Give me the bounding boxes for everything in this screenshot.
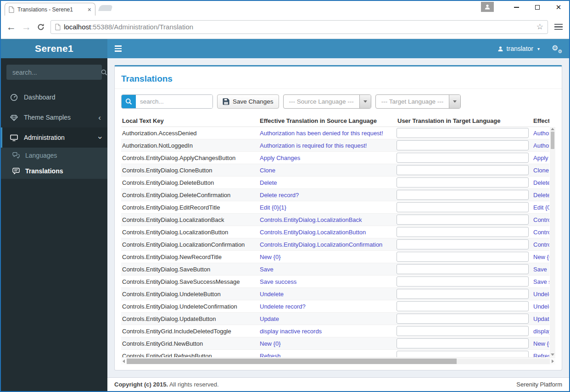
horizontal-scroll-track[interactable] <box>127 359 550 364</box>
browser-profile-button[interactable] <box>481 2 494 12</box>
user-translation-input[interactable] <box>397 351 529 357</box>
user-translation-input[interactable] <box>397 140 529 150</box>
save-changes-button[interactable]: Save Changes <box>217 94 279 109</box>
sidebar-item-dashboard[interactable]: Dashboard <box>1 87 107 107</box>
source-translation-cell: Apply Changes <box>259 155 397 161</box>
sidebar-search[interactable] <box>6 65 102 80</box>
select-arrow-icon <box>449 95 460 108</box>
sidebar-item-theme-samples[interactable]: Theme Samples ‹ <box>1 107 107 127</box>
tab-close-icon[interactable]: × <box>88 6 91 13</box>
user-translation-input[interactable] <box>397 239 529 249</box>
brand-logo[interactable]: Serene1 <box>1 39 107 58</box>
source-translation-cell: Delete record? <box>259 192 397 199</box>
scroll-left-icon[interactable] <box>123 359 125 363</box>
user-translation-input[interactable] <box>397 276 529 287</box>
new-tab-button[interactable] <box>98 5 113 11</box>
source-translation-cell: Save success <box>259 278 397 285</box>
maximize-button[interactable] <box>527 1 548 14</box>
user-translation-cell <box>397 227 532 237</box>
local-text-key-cell: Controls.EntityDialog.LocalizationButton <box>121 229 259 236</box>
user-translation-cell <box>397 326 532 336</box>
user-translation-input[interactable] <box>397 128 529 138</box>
local-text-key-cell: Controls.EntityDialog.LocalizationBack <box>121 216 259 223</box>
user-translation-input[interactable] <box>397 202 529 212</box>
settings-gears-icon[interactable]: ⚙⚙ <box>552 44 562 53</box>
horizontal-scrollbar[interactable] <box>121 357 555 364</box>
sidebar-item-label: Translations <box>25 167 63 175</box>
minimize-button[interactable] <box>506 1 527 14</box>
vertical-scrollbar[interactable] <box>550 127 555 357</box>
grid-toolbar: Save Changes --- Source Language --- ---… <box>121 89 555 115</box>
quick-search[interactable] <box>121 94 213 109</box>
target-translation-cell: Controls.EntityDialog.LocalizationConfir… <box>532 241 549 248</box>
sidebar-item-administration[interactable]: Administration ‹ <box>1 127 107 148</box>
scroll-up-icon[interactable] <box>551 128 554 130</box>
user-translation-input[interactable] <box>397 227 529 237</box>
grid-header: Local Text Key Effective Translation in … <box>121 115 549 127</box>
user-translation-input[interactable] <box>397 264 529 274</box>
user-translation-input[interactable] <box>397 165 529 175</box>
user-translation-cell <box>397 314 532 324</box>
sidebar-search-input[interactable] <box>7 69 95 76</box>
browser-menu-icon[interactable] <box>553 22 564 32</box>
url-bar[interactable]: localhost:55388/Administration/Translati… <box>50 20 548 34</box>
user-translation-cell <box>397 165 532 175</box>
column-header-target-translation[interactable]: Effective Translation in Target Language <box>532 117 549 124</box>
column-header-local-text-key[interactable]: Local Text Key <box>121 117 259 124</box>
user-translation-input[interactable] <box>397 326 529 336</box>
refresh-button[interactable] <box>37 23 45 31</box>
footer-rights: All rights reserved. <box>169 381 219 388</box>
url-path: :55388/Administration/Translation <box>91 23 193 31</box>
vertical-scroll-thumb[interactable] <box>551 132 554 149</box>
browser-tab[interactable]: Translations - Serene1 × <box>5 3 95 16</box>
source-translation-cell: Undelete <box>259 291 397 298</box>
horizontal-scroll-thumb[interactable] <box>127 359 457 364</box>
translations-panel: Translations Save Changes <box>114 65 562 370</box>
column-header-user-translation[interactable]: User Translation in Target Language <box>397 117 532 124</box>
user-translation-input[interactable] <box>397 301 529 311</box>
user-translation-input[interactable] <box>397 252 529 262</box>
target-translation-cell: Authorization is required for this reque… <box>532 142 549 149</box>
target-language-select[interactable]: --- Target Language --- <box>375 94 461 109</box>
source-translation-cell: New {0} <box>259 340 397 347</box>
quick-search-input[interactable] <box>136 95 212 108</box>
target-translation-cell: Controls.EntityDialog.LocalizationButton <box>532 229 549 236</box>
target-translation-cell: Update <box>532 315 549 322</box>
target-translation-cell: Save <box>532 266 549 273</box>
tab-title: Translations - Serene1 <box>17 6 84 13</box>
table-row: Controls.EntityGrid.NewButton New {0} Ne… <box>121 337 549 350</box>
user-translation-input[interactable] <box>397 314 529 324</box>
scroll-down-icon[interactable] <box>551 353 554 356</box>
sidebar-item-translations[interactable]: Translations <box>1 163 107 179</box>
user-menu[interactable]: translator ▾ <box>497 45 540 52</box>
local-text-key-cell: Controls.EntityDialog.SaveSuccessMessage <box>121 278 259 285</box>
table-row: Controls.EntityGrid.IncludeDeletedToggle… <box>121 325 549 337</box>
user-translation-input[interactable] <box>397 190 529 200</box>
source-translation-cell: Refresh <box>259 353 397 358</box>
user-translation-input[interactable] <box>397 215 529 225</box>
local-text-key-cell: Controls.EntityDialog.NewRecordTitle <box>121 254 259 260</box>
source-translation-cell: display inactive records <box>259 328 397 335</box>
sidebar-item-languages[interactable]: Languages <box>1 148 107 163</box>
local-text-key-cell: Controls.EntityDialog.UndeleteConfirmati… <box>121 303 259 310</box>
table-row: Controls.EntityDialog.ApplyChangesButton… <box>121 152 549 164</box>
sidebar-item-label: Theme Samples <box>24 114 71 121</box>
chevron-down-icon: ‹ <box>96 136 104 139</box>
sidebar-toggle-icon[interactable] <box>115 45 122 52</box>
user-translation-cell <box>397 239 532 249</box>
column-header-source-translation[interactable]: Effective Translation in Source Language <box>259 117 397 124</box>
close-button[interactable]: ✕ <box>548 1 569 14</box>
user-translation-input[interactable] <box>397 338 529 348</box>
user-translation-cell <box>397 351 532 357</box>
user-translation-input[interactable] <box>397 289 529 299</box>
back-button[interactable]: ← <box>6 22 16 32</box>
bookmark-star-icon[interactable]: ☆ <box>536 22 543 32</box>
local-text-key-cell: Controls.EntityGrid.IncludeDeletedToggle <box>121 328 259 335</box>
scroll-right-icon[interactable] <box>552 359 554 363</box>
local-text-key-cell: Controls.EntityDialog.CloneButton <box>121 167 259 174</box>
user-translation-input[interactable] <box>397 153 529 163</box>
forward-button[interactable]: → <box>22 22 31 32</box>
quick-search-icon[interactable] <box>122 95 136 108</box>
source-language-select[interactable]: --- Source Language --- <box>283 94 371 109</box>
user-translation-input[interactable] <box>397 177 529 188</box>
